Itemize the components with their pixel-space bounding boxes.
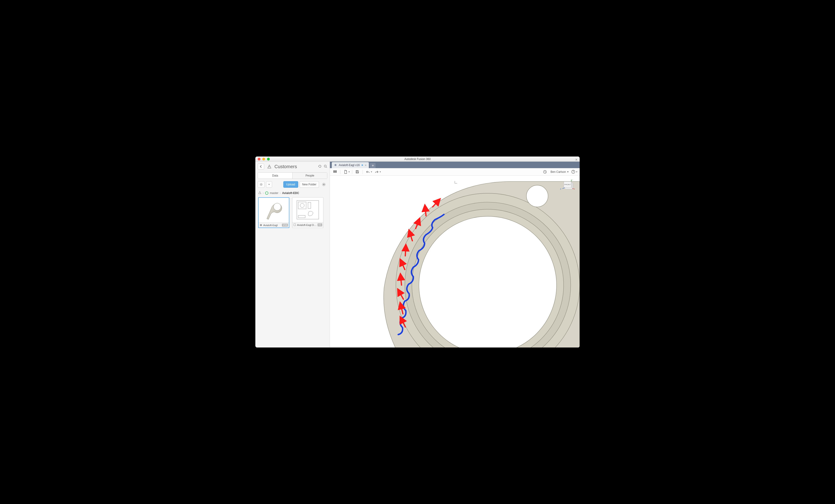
fusion-root-icon[interactable] bbox=[258, 191, 261, 195]
user-name: Ben Carlson bbox=[551, 170, 566, 173]
window-controls bbox=[256, 158, 270, 161]
axis-x-label: X bbox=[574, 188, 575, 190]
file-name: Avialoft-Eagl Dra... bbox=[297, 224, 317, 226]
app-window: Autodesk Fusion 360 × Customers bbox=[256, 156, 579, 348]
chevron-down-icon: ▼ bbox=[567, 171, 569, 173]
breadcrumb-folder[interactable]: Avialoft-EDC bbox=[282, 191, 299, 195]
view-cube[interactable]: Y X Z FRONT bbox=[559, 178, 575, 191]
svg-rect-17 bbox=[357, 170, 358, 171]
chevron-down-icon: ▼ bbox=[370, 171, 372, 173]
version-badge: V16 bbox=[282, 224, 288, 227]
fusion-logo-icon bbox=[266, 164, 272, 170]
thumbnail-preview bbox=[259, 198, 289, 223]
chevron-down-icon bbox=[268, 184, 270, 185]
breadcrumb-separator: › bbox=[280, 191, 281, 195]
gear-icon bbox=[322, 183, 326, 186]
window-minimize-button[interactable] bbox=[262, 158, 265, 161]
quick-access-toolbar: ▼ ▼ ▼ bbox=[330, 168, 579, 175]
svg-rect-12 bbox=[334, 170, 335, 171]
data-panel-close-button[interactable]: × bbox=[574, 158, 579, 162]
svg-line-32 bbox=[405, 246, 406, 256]
drawing-icon bbox=[293, 223, 296, 227]
svg-point-0 bbox=[324, 165, 326, 167]
origin-triad bbox=[455, 181, 457, 183]
window-title: Autodesk Fusion 360 bbox=[256, 158, 579, 161]
svg-line-42 bbox=[563, 188, 565, 189]
chevron-down-icon: ▼ bbox=[379, 171, 381, 173]
svg-rect-16 bbox=[336, 172, 337, 173]
breadcrumb-branch[interactable]: master bbox=[270, 191, 279, 195]
document-tab-label: Avialoft-Eagl v16 bbox=[339, 164, 360, 167]
window-close-button[interactable] bbox=[258, 158, 261, 161]
svg-rect-15 bbox=[334, 172, 335, 173]
data-panel-tabs: Data People bbox=[258, 172, 327, 179]
tab-close-button[interactable]: × bbox=[365, 164, 367, 167]
tab-people[interactable]: People bbox=[293, 173, 327, 178]
back-button[interactable] bbox=[258, 164, 264, 170]
filter-dropdown[interactable] bbox=[266, 181, 272, 188]
breadcrumb-separator: › bbox=[263, 191, 264, 195]
activity-button[interactable] bbox=[542, 169, 548, 175]
file-thumbnail[interactable]: Avialoft-Eagl Dra... V1 bbox=[292, 197, 323, 228]
grid-icon bbox=[333, 170, 337, 173]
eye-filter-icon bbox=[259, 183, 263, 186]
model-view bbox=[330, 175, 579, 348]
undo-icon bbox=[366, 170, 370, 173]
model-icon bbox=[260, 224, 262, 227]
unsaved-indicator bbox=[362, 164, 363, 166]
clock-icon bbox=[543, 170, 547, 174]
svg-point-25 bbox=[419, 216, 556, 348]
undo-button[interactable] bbox=[365, 169, 371, 175]
breadcrumb: › master › Avialoft-EDC bbox=[256, 190, 330, 197]
redo-button[interactable] bbox=[373, 169, 380, 175]
search-button[interactable] bbox=[324, 164, 327, 169]
data-panel-grid: Avialoft-Eagl V16 bbox=[256, 197, 330, 228]
save-button[interactable] bbox=[354, 169, 361, 175]
svg-rect-5 bbox=[297, 201, 319, 219]
settings-button[interactable] bbox=[320, 181, 327, 188]
document-tab-bar: Avialoft-Eagl v16 × + bbox=[330, 162, 579, 168]
svg-point-4 bbox=[273, 203, 281, 211]
upload-button[interactable]: Upload bbox=[283, 181, 298, 188]
svg-point-26 bbox=[526, 185, 548, 207]
svg-point-3 bbox=[323, 184, 324, 185]
file-name: Avialoft-Eagl bbox=[263, 224, 281, 227]
search-icon bbox=[324, 164, 327, 168]
chevron-down-icon: ▼ bbox=[348, 171, 350, 173]
mac-titlebar: Autodesk Fusion 360 bbox=[256, 156, 579, 162]
new-tab-button[interactable]: + bbox=[370, 163, 375, 168]
svg-rect-10 bbox=[294, 224, 296, 226]
account-menu[interactable]: Ben Carlson ▼ bbox=[551, 170, 569, 173]
file-menu[interactable] bbox=[342, 169, 349, 175]
help-menu[interactable]: ? ▼ bbox=[571, 169, 578, 175]
thumbnail-preview bbox=[292, 197, 323, 222]
document-tab[interactable]: Avialoft-Eagl v16 × bbox=[332, 162, 369, 168]
chevron-left-icon bbox=[260, 165, 262, 168]
tab-data[interactable]: Data bbox=[258, 173, 293, 178]
axis-y-label: Y bbox=[571, 179, 573, 181]
help-icon: ? bbox=[571, 170, 575, 174]
refresh-icon bbox=[318, 164, 322, 168]
axis-z-label: Z bbox=[560, 188, 561, 190]
data-panel-toggle[interactable] bbox=[332, 169, 338, 175]
refresh-button[interactable] bbox=[318, 164, 322, 169]
svg-rect-11 bbox=[333, 170, 334, 171]
svg-rect-18 bbox=[357, 172, 358, 173]
svg-point-2 bbox=[261, 184, 261, 185]
document-icon bbox=[334, 164, 337, 167]
svg-rect-13 bbox=[336, 170, 337, 171]
version-badge: V1 bbox=[318, 223, 322, 226]
svg-text:?: ? bbox=[573, 170, 574, 173]
data-panel: × Customers Data bbox=[256, 162, 330, 348]
new-folder-button[interactable]: New Folder bbox=[300, 181, 319, 188]
model-canvas[interactable]: Y X Z FRONT bbox=[330, 175, 579, 348]
design-area: Avialoft-Eagl v16 × + bbox=[330, 162, 579, 348]
file-thumbnail[interactable]: Avialoft-Eagl V16 bbox=[258, 197, 289, 228]
data-panel-header: Customers bbox=[256, 162, 330, 171]
save-icon bbox=[355, 170, 359, 173]
redo-icon bbox=[375, 170, 379, 173]
part-geometry bbox=[384, 182, 579, 348]
filter-button[interactable] bbox=[258, 181, 265, 188]
window-zoom-button[interactable] bbox=[267, 158, 270, 161]
file-icon bbox=[344, 170, 347, 174]
